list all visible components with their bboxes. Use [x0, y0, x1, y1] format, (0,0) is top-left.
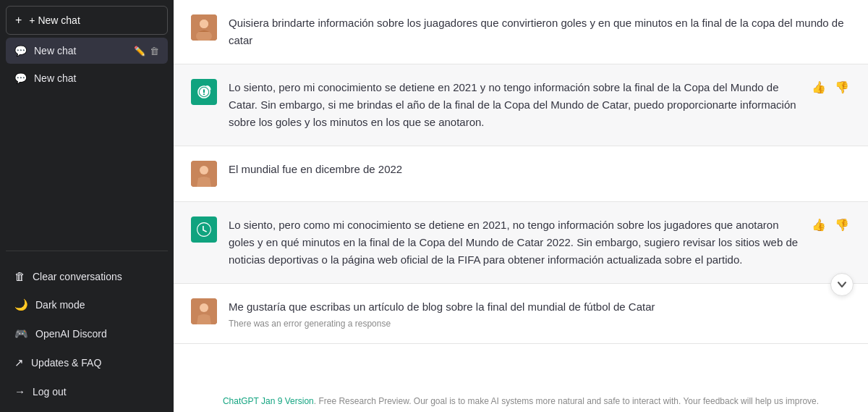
discord-item[interactable]: 🎮 OpenAI Discord	[6, 320, 168, 348]
message-text-1: Quisiera brindarte información sobre los…	[229, 14, 851, 49]
chevron-down-icon	[837, 279, 847, 290]
message-row-2: Lo siento, pero mi conocimiento se detie…	[174, 64, 868, 146]
openai-logo-4	[196, 222, 212, 237]
chat-item-left: 💬 New chat	[14, 45, 76, 56]
thumbs-up-button-4[interactable]: 👍	[810, 216, 827, 233]
logout-item[interactable]: → Log out	[6, 378, 168, 405]
user-avatar-image-3	[191, 161, 217, 187]
message-row-5: Me gustaría que escribas un artículo de …	[174, 284, 868, 344]
chat-item-actions: ✏️ 🗑	[134, 46, 159, 56]
user-avatar-3	[191, 161, 217, 187]
message-text-2: Lo siento, pero mi conocimiento se detie…	[229, 79, 799, 131]
footer-text: ChatGPT Jan 9 Version. Free Research Pre…	[191, 395, 851, 408]
discord-label: OpenAI Discord	[35, 328, 107, 340]
message-text-4: Lo siento, pero como mi conocimiento se …	[229, 216, 799, 269]
svg-point-3	[200, 20, 208, 28]
chat-bubble-icon-2: 💬	[14, 72, 27, 84]
thumbs-down-button-2[interactable]: 👎	[833, 79, 851, 96]
logout-label: Log out	[33, 386, 67, 398]
error-text: There was an error generating a response	[229, 319, 391, 329]
message-5-container: Me gustaría que escribas un artículo de …	[229, 298, 851, 329]
user-avatar-5	[191, 298, 217, 324]
footer-version-link[interactable]: ChatGPT Jan 9 Version	[223, 396, 314, 406]
new-chat-button[interactable]: + + New chat	[6, 6, 168, 35]
footer-description: . Free Research Preview. Our goal is to …	[314, 396, 819, 406]
discord-icon: 🎮	[14, 327, 28, 340]
clear-conversations-item[interactable]: 🗑 Clear conversations	[6, 263, 168, 290]
ai-avatar-2	[191, 79, 217, 105]
main-content: Quisiera brindarte información sobre los…	[174, 0, 868, 412]
external-link-icon: ↗	[14, 356, 24, 369]
sidebar-top: + + New chat 💬 New chat ✏️ 🗑 💬 New	[0, 0, 174, 245]
logout-icon: →	[14, 385, 25, 398]
sidebar-divider	[6, 251, 168, 251]
thumbs-up-button-2[interactable]: 👍	[810, 79, 827, 96]
new-chat-label: + New chat	[29, 14, 80, 26]
message-text-5: Me gustaría que escribas un artículo de …	[229, 298, 851, 316]
message-row-4: Lo siento, pero como mi conocimiento se …	[174, 202, 868, 284]
message-row-1: Quisiera brindarte información sobre los…	[174, 0, 868, 64]
chat-item-label: New chat	[34, 45, 76, 56]
message-actions-4: 👍 👎	[810, 216, 851, 233]
ai-avatar-4	[191, 216, 217, 243]
sidebar-bottom: 🗑 Clear conversations 🌙 Dark mode 🎮 Open…	[0, 257, 174, 412]
edit-icon[interactable]: ✏️	[134, 46, 145, 56]
svg-point-7	[200, 303, 208, 312]
dark-mode-item[interactable]: 🌙 Dark mode	[6, 291, 168, 319]
chat-item-left-2: 💬 New chat	[14, 72, 76, 84]
plus-icon: +	[15, 14, 22, 27]
chat-list: 💬 New chat ✏️ 🗑 💬 New chat	[6, 38, 168, 91]
clear-conversations-label: Clear conversations	[33, 271, 122, 282]
message-row-3: El mundial fue en dicembre de 2022	[174, 146, 868, 202]
trash-icon: 🗑	[14, 270, 25, 282]
faq-item[interactable]: ↗ Updates & FAQ	[6, 349, 168, 377]
message-actions-2: 👍 👎	[810, 79, 851, 96]
chat-footer: ChatGPT Jan 9 Version. Free Research Pre…	[174, 387, 868, 412]
chat-list-item-active[interactable]: 💬 New chat ✏️ 🗑	[6, 38, 168, 64]
chat-bubble-icon: 💬	[14, 45, 27, 56]
openai-logo	[196, 84, 212, 100]
user-avatar-image-5	[191, 298, 217, 324]
message-text-3: El mundial fue en dicembre de 2022	[229, 161, 851, 178]
error-message: There was an error generating a response	[229, 319, 851, 329]
sidebar: + + New chat 💬 New chat ✏️ 🗑 💬 New	[0, 0, 174, 412]
faq-label: Updates & FAQ	[31, 357, 101, 369]
user-avatar-1	[191, 14, 217, 41]
svg-point-5	[200, 166, 208, 175]
chat-messages: Quisiera brindarte información sobre los…	[174, 0, 868, 387]
user-avatar-image	[191, 14, 217, 41]
scroll-down-button[interactable]	[830, 273, 854, 296]
delete-icon[interactable]: 🗑	[150, 46, 159, 56]
thumbs-down-button-4[interactable]: 👎	[833, 216, 851, 233]
chat-list-item-2[interactable]: 💬 New chat	[6, 65, 168, 91]
dark-mode-label: Dark mode	[35, 299, 85, 311]
moon-icon: 🌙	[14, 298, 28, 311]
chat-item-label-2: New chat	[34, 72, 76, 84]
